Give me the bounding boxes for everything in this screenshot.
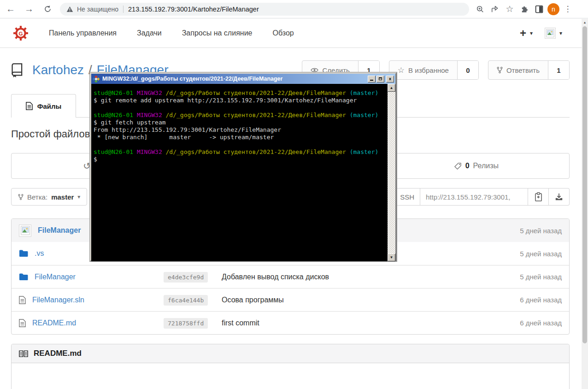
committer-link[interactable]: FileManager bbox=[38, 226, 81, 235]
file-icon bbox=[19, 296, 26, 304]
terminal-line: * [new branch] master -> upstream/master bbox=[94, 134, 394, 141]
zoom-button[interactable] bbox=[473, 2, 488, 17]
readme-header: README.md bbox=[12, 344, 569, 363]
gogs-gear-icon: G bbox=[13, 25, 29, 41]
create-new-dropdown[interactable]: + ▾ bbox=[520, 28, 533, 39]
commit-message-cell: Осова программы bbox=[222, 296, 500, 304]
security-label[interactable]: Не защищено bbox=[77, 6, 118, 13]
repo-book-icon bbox=[11, 63, 24, 77]
chevron-down-icon: ▾ bbox=[530, 30, 533, 36]
download-icon bbox=[555, 193, 563, 201]
maximize-icon bbox=[379, 77, 382, 80]
ssh-protocol-button[interactable]: SSH bbox=[394, 188, 420, 206]
terminal-line: From http://213.155.192.79:3001/Kartohez… bbox=[94, 126, 394, 134]
bookmark-button[interactable]: ☆ bbox=[502, 2, 517, 17]
close-button[interactable]: x bbox=[386, 76, 394, 83]
terminal-line bbox=[94, 141, 394, 148]
fork-count[interactable]: 1 bbox=[548, 61, 569, 79]
file-tab-icon bbox=[26, 102, 33, 110]
releases-label: Релизы bbox=[473, 162, 499, 170]
scroll-up-icon: ▲ bbox=[390, 86, 394, 90]
scroll-up-button[interactable]: ▲ bbox=[388, 84, 395, 92]
side-panel-button[interactable] bbox=[532, 2, 547, 17]
extensions-button[interactable] bbox=[517, 2, 532, 17]
minimize-button[interactable] bbox=[368, 76, 376, 83]
file-link[interactable]: FileManager bbox=[35, 273, 76, 281]
browser-forward-button[interactable]: → bbox=[21, 1, 37, 17]
commit-hash-badge[interactable]: e4de3cfe9d bbox=[164, 272, 208, 283]
file-icon bbox=[19, 296, 26, 304]
puzzle-icon bbox=[520, 5, 529, 13]
browser-actions: ☆ n ⋮ bbox=[473, 2, 575, 17]
file-link[interactable]: README.md bbox=[32, 319, 76, 327]
terminal-title: MINGW32:/d/_gogs/Работы студентов/2021-2… bbox=[102, 76, 367, 82]
reload-icon bbox=[44, 5, 52, 13]
star-count[interactable]: 0 bbox=[457, 61, 478, 79]
page-scrollbar[interactable]: ▲ bbox=[582, 19, 588, 389]
open-book-icon bbox=[19, 350, 28, 358]
branch-selector[interactable]: Ветка: master ▾ bbox=[11, 188, 87, 206]
commit-message-link[interactable]: Добавлен вывод списка дисков bbox=[222, 273, 329, 281]
nav-item-issues[interactable]: Задачи bbox=[137, 29, 162, 37]
table-row: README.md7218758ffdfirst commit6 дней на… bbox=[12, 311, 569, 334]
copy-url-button[interactable] bbox=[528, 188, 549, 206]
commit-message-cell: Добавлен вывод списка дисков bbox=[222, 273, 500, 281]
commit-hash-badge[interactable]: 7218758ffd bbox=[164, 318, 208, 329]
tab-files[interactable]: Файлы bbox=[11, 94, 76, 118]
folder-icon bbox=[19, 250, 28, 257]
terminal-window[interactable]: MINGW32:/d/_gogs/Работы студентов/2021-2… bbox=[90, 72, 397, 261]
star-button-group: ☆ В избранное 0 bbox=[389, 60, 479, 80]
url-text[interactable]: 213.155.192.79:3001/Kartohez/FileManager bbox=[128, 6, 259, 13]
tag-icon bbox=[454, 162, 462, 170]
latest-commit-date: 5 дней назад bbox=[500, 227, 569, 235]
folder-icon bbox=[19, 273, 28, 281]
star-button[interactable]: ☆ В избранное bbox=[389, 61, 457, 79]
terminal-scrollbar[interactable]: ▲ ▼ bbox=[388, 84, 395, 261]
terminal-line: $ bbox=[94, 156, 394, 163]
page: { "browser": { "security_label": "Не защ… bbox=[0, 0, 588, 389]
star-label: В избранное bbox=[408, 66, 449, 74]
file-link[interactable]: .vs bbox=[35, 249, 44, 258]
nav-item-pulls[interactable]: Запросы на слияние bbox=[182, 29, 253, 37]
clone-url-input[interactable] bbox=[420, 188, 528, 206]
releases-count: 0 bbox=[465, 162, 470, 170]
stat-releases[interactable]: 0 Релизы bbox=[383, 153, 569, 178]
browser-back-button[interactable]: ← bbox=[3, 1, 18, 17]
gogs-logo[interactable]: G bbox=[13, 25, 29, 41]
share-button[interactable] bbox=[488, 2, 502, 17]
chevron-down-icon: ▾ bbox=[77, 194, 80, 200]
scroll-down-button[interactable]: ▼ bbox=[388, 253, 395, 261]
commit-hash-badge[interactable]: f6ca4e144b bbox=[164, 295, 208, 306]
scrollbar-up-icon[interactable]: ▲ bbox=[582, 19, 588, 25]
fork-button-group: Ответвить 1 bbox=[488, 60, 570, 80]
nav-item-dashboard[interactable]: Панель управления bbox=[49, 29, 117, 37]
scrollbar-thumb[interactable] bbox=[582, 26, 587, 343]
maximize-button[interactable] bbox=[376, 76, 384, 83]
terminal-titlebar[interactable]: MINGW32:/d/_gogs/Работы студентов/2021-2… bbox=[91, 74, 395, 84]
browser-profile-avatar[interactable]: n bbox=[547, 3, 559, 15]
terminal-body[interactable]: stud@N26-01 MINGW32 /d/_gogs/Работы студ… bbox=[91, 84, 395, 261]
browser-menu-button[interactable]: ⋮ bbox=[560, 2, 575, 17]
user-avatar bbox=[545, 28, 556, 39]
file-date: 5 дней назад bbox=[500, 250, 569, 258]
table-row: FileManagere4de3cfe9dДобавлен вывод спис… bbox=[12, 265, 569, 288]
fork-button[interactable]: Ответвить bbox=[488, 61, 548, 79]
address-bar[interactable]: Не защищено 213.155.192.79:3001/Kartohez… bbox=[60, 3, 469, 16]
magnifier-plus-icon bbox=[476, 5, 484, 13]
terminal-line: $ git remote add upstream http://213.155… bbox=[94, 97, 394, 104]
side-panel-icon bbox=[535, 5, 543, 13]
commit-message-link[interactable]: first commit bbox=[222, 319, 259, 327]
repo-owner-link[interactable]: Kartohez bbox=[32, 63, 84, 77]
file-link[interactable]: FileManager.sln bbox=[32, 296, 84, 304]
plus-icon: + bbox=[520, 28, 526, 39]
commit-message-link[interactable]: Осова программы bbox=[222, 296, 284, 304]
git-bash-icon bbox=[93, 76, 100, 83]
user-menu-dropdown[interactable]: ▾ bbox=[545, 28, 562, 39]
nav-item-explore[interactable]: Обзор bbox=[272, 29, 294, 37]
scroll-down-icon: ▼ bbox=[390, 255, 394, 259]
browser-reload-button[interactable] bbox=[40, 1, 55, 17]
download-button[interactable] bbox=[549, 188, 570, 206]
readme-section: README.md bbox=[11, 344, 570, 389]
commit-hash-cell: e4de3cfe9d bbox=[164, 273, 222, 281]
terminal-line: stud@N26-01 MINGW32 /d/_gogs/Работы студ… bbox=[94, 112, 394, 119]
